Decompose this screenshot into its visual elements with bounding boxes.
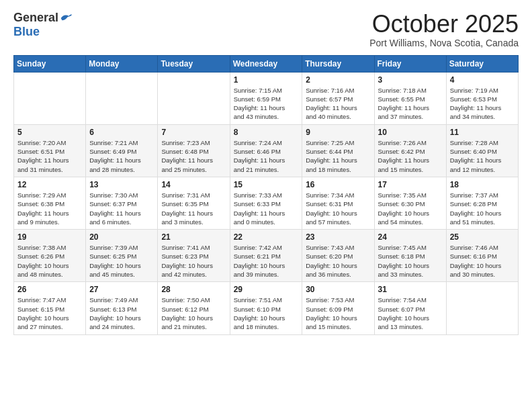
day-number: 29 <box>234 285 299 294</box>
table-row <box>14 72 86 124</box>
page: General Blue October 2025 Port Williams,… <box>0 0 532 411</box>
logo-blue-text: Blue <box>13 25 40 39</box>
table-row: 26Sunrise: 7:47 AM Sunset: 6:15 PM Dayli… <box>14 282 86 334</box>
table-row: 21Sunrise: 7:41 AM Sunset: 6:23 PM Dayli… <box>158 230 230 282</box>
day-info: Sunrise: 7:18 AM Sunset: 6:55 PM Dayligh… <box>378 86 443 122</box>
title-block: October 2025 Port Williams, Nova Scotia,… <box>369 11 519 48</box>
logo: General Blue <box>13 11 73 39</box>
day-number: 2 <box>306 75 370 85</box>
day-number: 25 <box>450 232 515 242</box>
table-row: 6Sunrise: 7:21 AM Sunset: 6:49 PM Daylig… <box>86 124 158 177</box>
day-info: Sunrise: 7:19 AM Sunset: 6:53 PM Dayligh… <box>450 86 515 122</box>
day-number: 18 <box>450 180 515 189</box>
day-info: Sunrise: 7:26 AM Sunset: 6:42 PM Dayligh… <box>378 138 443 174</box>
day-info: Sunrise: 7:34 AM Sunset: 6:31 PM Dayligh… <box>306 191 370 226</box>
table-row: 4Sunrise: 7:19 AM Sunset: 6:53 PM Daylig… <box>446 72 518 124</box>
day-number: 9 <box>306 128 370 137</box>
day-info: Sunrise: 7:28 AM Sunset: 6:40 PM Dayligh… <box>450 138 515 174</box>
day-info: Sunrise: 7:33 AM Sunset: 6:33 PM Dayligh… <box>234 191 299 226</box>
day-number: 11 <box>450 128 515 137</box>
col-saturday: Saturday <box>446 55 518 72</box>
table-row: 8Sunrise: 7:24 AM Sunset: 6:46 PM Daylig… <box>230 124 302 177</box>
table-row: 23Sunrise: 7:43 AM Sunset: 6:20 PM Dayli… <box>302 230 374 282</box>
calendar-week-row: 1Sunrise: 7:15 AM Sunset: 6:59 PM Daylig… <box>14 72 519 124</box>
table-row: 19Sunrise: 7:38 AM Sunset: 6:26 PM Dayli… <box>14 230 86 282</box>
day-info: Sunrise: 7:41 AM Sunset: 6:23 PM Dayligh… <box>161 243 226 279</box>
day-info: Sunrise: 7:37 AM Sunset: 6:28 PM Dayligh… <box>450 191 515 226</box>
table-row: 29Sunrise: 7:51 AM Sunset: 6:10 PM Dayli… <box>230 282 302 334</box>
table-row: 3Sunrise: 7:18 AM Sunset: 6:55 PM Daylig… <box>374 72 446 124</box>
day-number: 3 <box>378 75 443 85</box>
day-info: Sunrise: 7:39 AM Sunset: 6:25 PM Dayligh… <box>89 243 154 279</box>
day-number: 20 <box>89 232 154 242</box>
table-row: 14Sunrise: 7:31 AM Sunset: 6:35 PM Dayli… <box>158 177 230 229</box>
day-info: Sunrise: 7:51 AM Sunset: 6:10 PM Dayligh… <box>234 295 299 331</box>
table-row: 22Sunrise: 7:42 AM Sunset: 6:21 PM Dayli… <box>230 230 302 282</box>
day-number: 1 <box>234 75 299 85</box>
table-row: 11Sunrise: 7:28 AM Sunset: 6:40 PM Dayli… <box>446 124 518 177</box>
day-number: 15 <box>234 180 299 189</box>
table-row: 9Sunrise: 7:25 AM Sunset: 6:44 PM Daylig… <box>302 124 374 177</box>
day-number: 24 <box>378 232 443 242</box>
month-title: October 2025 <box>369 11 519 38</box>
day-number: 23 <box>306 232 370 242</box>
day-number: 16 <box>306 180 370 189</box>
col-monday: Monday <box>86 55 158 72</box>
day-info: Sunrise: 7:24 AM Sunset: 6:46 PM Dayligh… <box>234 138 299 174</box>
logo-bird-icon <box>60 11 73 25</box>
day-number: 6 <box>89 128 154 137</box>
day-info: Sunrise: 7:47 AM Sunset: 6:15 PM Dayligh… <box>17 295 82 331</box>
day-info: Sunrise: 7:21 AM Sunset: 6:49 PM Dayligh… <box>89 138 154 174</box>
day-number: 14 <box>161 180 226 189</box>
table-row: 18Sunrise: 7:37 AM Sunset: 6:28 PM Dayli… <box>446 177 518 229</box>
calendar-header-row: Sunday Monday Tuesday Wednesday Thursday… <box>14 55 519 72</box>
day-number: 17 <box>378 180 443 189</box>
day-info: Sunrise: 7:38 AM Sunset: 6:26 PM Dayligh… <box>17 243 82 279</box>
table-row: 10Sunrise: 7:26 AM Sunset: 6:42 PM Dayli… <box>374 124 446 177</box>
calendar-week-row: 5Sunrise: 7:20 AM Sunset: 6:51 PM Daylig… <box>14 124 519 177</box>
day-info: Sunrise: 7:43 AM Sunset: 6:20 PM Dayligh… <box>306 243 370 279</box>
col-friday: Friday <box>374 55 446 72</box>
day-number: 4 <box>450 75 515 85</box>
table-row: 17Sunrise: 7:35 AM Sunset: 6:30 PM Dayli… <box>374 177 446 229</box>
day-info: Sunrise: 7:46 AM Sunset: 6:16 PM Dayligh… <box>450 243 515 279</box>
calendar-table: Sunday Monday Tuesday Wednesday Thursday… <box>13 55 519 335</box>
table-row: 12Sunrise: 7:29 AM Sunset: 6:38 PM Dayli… <box>14 177 86 229</box>
day-info: Sunrise: 7:49 AM Sunset: 6:13 PM Dayligh… <box>89 295 154 331</box>
table-row: 16Sunrise: 7:34 AM Sunset: 6:31 PM Dayli… <box>302 177 374 229</box>
day-info: Sunrise: 7:53 AM Sunset: 6:09 PM Dayligh… <box>306 295 370 331</box>
day-info: Sunrise: 7:15 AM Sunset: 6:59 PM Dayligh… <box>234 86 299 122</box>
table-row <box>158 72 230 124</box>
day-info: Sunrise: 7:30 AM Sunset: 6:37 PM Dayligh… <box>89 191 154 226</box>
day-info: Sunrise: 7:31 AM Sunset: 6:35 PM Dayligh… <box>161 191 226 226</box>
location-text: Port Williams, Nova Scotia, Canada <box>369 38 519 48</box>
day-info: Sunrise: 7:54 AM Sunset: 6:07 PM Dayligh… <box>378 295 443 331</box>
day-number: 10 <box>378 128 443 137</box>
table-row: 5Sunrise: 7:20 AM Sunset: 6:51 PM Daylig… <box>14 124 86 177</box>
day-number: 28 <box>161 285 226 294</box>
table-row: 28Sunrise: 7:50 AM Sunset: 6:12 PM Dayli… <box>158 282 230 334</box>
day-number: 7 <box>161 128 226 137</box>
header: General Blue October 2025 Port Williams,… <box>13 11 519 48</box>
table-row: 13Sunrise: 7:30 AM Sunset: 6:37 PM Dayli… <box>86 177 158 229</box>
table-row <box>86 72 158 124</box>
table-row: 27Sunrise: 7:49 AM Sunset: 6:13 PM Dayli… <box>86 282 158 334</box>
day-number: 26 <box>17 285 82 294</box>
calendar-week-row: 19Sunrise: 7:38 AM Sunset: 6:26 PM Dayli… <box>14 230 519 282</box>
calendar-week-row: 12Sunrise: 7:29 AM Sunset: 6:38 PM Dayli… <box>14 177 519 229</box>
table-row: 1Sunrise: 7:15 AM Sunset: 6:59 PM Daylig… <box>230 72 302 124</box>
day-number: 21 <box>161 232 226 242</box>
col-wednesday: Wednesday <box>230 55 302 72</box>
day-info: Sunrise: 7:20 AM Sunset: 6:51 PM Dayligh… <box>17 138 82 174</box>
day-info: Sunrise: 7:45 AM Sunset: 6:18 PM Dayligh… <box>378 243 443 279</box>
table-row <box>446 282 518 334</box>
day-info: Sunrise: 7:25 AM Sunset: 6:44 PM Dayligh… <box>306 138 370 174</box>
table-row: 25Sunrise: 7:46 AM Sunset: 6:16 PM Dayli… <box>446 230 518 282</box>
logo-general-text: General <box>13 11 58 25</box>
table-row: 15Sunrise: 7:33 AM Sunset: 6:33 PM Dayli… <box>230 177 302 229</box>
table-row: 31Sunrise: 7:54 AM Sunset: 6:07 PM Dayli… <box>374 282 446 334</box>
col-sunday: Sunday <box>14 55 86 72</box>
day-info: Sunrise: 7:50 AM Sunset: 6:12 PM Dayligh… <box>161 295 226 331</box>
day-number: 13 <box>89 180 154 189</box>
day-number: 22 <box>234 232 299 242</box>
